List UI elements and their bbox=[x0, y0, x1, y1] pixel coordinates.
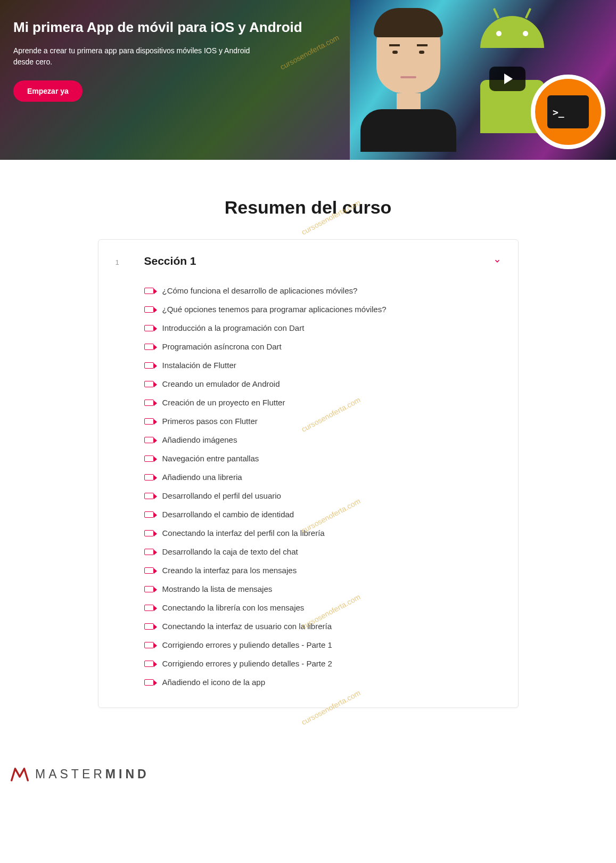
hero-video-thumbnail[interactable]: >_ bbox=[350, 0, 616, 160]
hero-title: Mi primera App de móvil para iOS y Andro… bbox=[13, 19, 336, 37]
video-icon bbox=[144, 381, 154, 387]
video-icon bbox=[144, 344, 154, 350]
lesson-item[interactable]: Desarrollando la caja de texto del chat bbox=[144, 542, 501, 561]
logo-mark-icon bbox=[11, 767, 29, 781]
lesson-title: ¿Cómo funciona el desarrollo de aplicaci… bbox=[162, 286, 358, 295]
lesson-title: Introducción a la programación con Dart bbox=[162, 323, 305, 332]
lesson-title: Añadiendo el icono de la app bbox=[162, 678, 266, 687]
lesson-item[interactable]: Conectando la interfaz del perfil con la… bbox=[144, 524, 501, 542]
summary-heading: Resumen del curso bbox=[11, 197, 605, 218]
video-icon bbox=[144, 567, 154, 574]
lesson-title: Navegación entre pantallas bbox=[162, 454, 259, 463]
video-icon bbox=[144, 661, 154, 667]
lesson-item[interactable]: Instalación de Flutter bbox=[144, 356, 501, 374]
lesson-item[interactable]: Añadiendo imágenes bbox=[144, 430, 501, 449]
video-icon bbox=[144, 288, 154, 294]
video-icon bbox=[144, 325, 154, 331]
play-icon bbox=[504, 74, 513, 84]
footer: MASTERMIND bbox=[0, 729, 616, 803]
video-icon bbox=[144, 586, 154, 592]
lesson-item[interactable]: Primeros pasos con Flutter bbox=[144, 412, 501, 430]
lesson-item[interactable]: Conectando la librería con los mensajes bbox=[144, 598, 501, 617]
lesson-title: Conectando la interfaz de usuario con la… bbox=[162, 622, 332, 631]
lesson-title: Creación de un proyecto en Flutter bbox=[162, 398, 285, 407]
video-icon bbox=[144, 605, 154, 611]
video-icon bbox=[144, 679, 154, 686]
lesson-item[interactable]: Corrigiendo errores y puliendo detalles … bbox=[144, 654, 501, 673]
video-icon bbox=[144, 455, 154, 462]
lesson-item[interactable]: Creando la interfaz para los mensajes bbox=[144, 561, 501, 580]
lesson-item[interactable]: Introducción a la programación con Dart bbox=[144, 319, 501, 337]
lesson-item[interactable]: ¿Qué opciones tenemos para programar apl… bbox=[144, 300, 501, 319]
lesson-item[interactable]: Navegación entre pantallas bbox=[144, 449, 501, 468]
lesson-title: Programación asíncrona con Dart bbox=[162, 342, 282, 351]
play-button[interactable] bbox=[489, 67, 525, 91]
video-icon bbox=[144, 493, 154, 499]
section-title: Sección 1 bbox=[144, 255, 494, 267]
lesson-item[interactable]: Desarrollando el perfil del usuario bbox=[144, 486, 501, 505]
lesson-title: Conectando la interfaz del perfil con la… bbox=[162, 528, 325, 538]
lesson-title: Creando la interfaz para los mensajes bbox=[162, 566, 297, 575]
lesson-item[interactable]: Añadiendo el icono de la app bbox=[144, 673, 501, 691]
course-summary-section: Resumen del curso 1 Sección 1 ¿Cómo func… bbox=[0, 160, 616, 729]
section-header[interactable]: 1 Sección 1 bbox=[116, 255, 501, 267]
video-icon bbox=[144, 418, 154, 425]
lesson-title: Instalación de Flutter bbox=[162, 361, 236, 370]
lesson-title: Corrigiendo errores y puliendo detalles … bbox=[162, 659, 332, 668]
lesson-title: Desarrollando el cambio de identidad bbox=[162, 510, 294, 519]
lesson-title: Primeros pasos con Flutter bbox=[162, 417, 258, 426]
lesson-list: ¿Cómo funciona el desarrollo de aplicaci… bbox=[144, 281, 501, 691]
lesson-title: Añadiendo una libreria bbox=[162, 473, 242, 482]
lesson-item[interactable]: Corrigiendo errores y puliendo detalles … bbox=[144, 636, 501, 654]
lesson-item[interactable]: Mostrando la lista de mensajes bbox=[144, 580, 501, 598]
start-button[interactable]: Empezar ya bbox=[13, 80, 83, 102]
lesson-title: Corrigiendo errores y puliendo detalles … bbox=[162, 640, 332, 649]
video-icon bbox=[144, 400, 154, 406]
lesson-title: Añadiendo imágenes bbox=[162, 435, 237, 444]
chevron-down-icon bbox=[494, 257, 501, 266]
course-card: 1 Sección 1 ¿Cómo funciona el desarrollo… bbox=[98, 239, 519, 708]
video-icon bbox=[144, 362, 154, 369]
lesson-title: Conectando la librería con los mensajes bbox=[162, 603, 305, 612]
lesson-item[interactable]: Creando un emulador de Android bbox=[144, 374, 501, 393]
terminal-badge-icon: >_ bbox=[531, 75, 605, 149]
hero-banner: Mi primera App de móvil para iOS y Andro… bbox=[0, 0, 616, 160]
instructor-portrait bbox=[355, 0, 462, 149]
brand-logo[interactable]: MASTERMIND bbox=[11, 767, 605, 781]
section-number: 1 bbox=[116, 258, 144, 266]
video-icon bbox=[144, 437, 154, 443]
video-icon bbox=[144, 474, 154, 481]
lesson-item[interactable]: ¿Cómo funciona el desarrollo de aplicaci… bbox=[144, 281, 501, 300]
video-icon bbox=[144, 549, 154, 555]
lesson-title: ¿Qué opciones tenemos para programar apl… bbox=[162, 305, 387, 314]
video-icon bbox=[144, 306, 154, 313]
brand-name: MASTERMIND bbox=[35, 767, 150, 781]
lesson-item[interactable]: Desarrollando el cambio de identidad bbox=[144, 505, 501, 524]
video-icon bbox=[144, 642, 154, 648]
lesson-title: Desarrollando el perfil del usuario bbox=[162, 491, 281, 500]
lesson-item[interactable]: Conectando la interfaz de usuario con la… bbox=[144, 617, 501, 636]
lesson-title: Creando un emulador de Android bbox=[162, 379, 280, 388]
lesson-title: Mostrando la lista de mensajes bbox=[162, 584, 273, 593]
terminal-prompt: >_ bbox=[553, 107, 564, 118]
lesson-item[interactable]: Creación de un proyecto en Flutter bbox=[144, 393, 501, 412]
hero-content: Mi primera App de móvil para iOS y Andro… bbox=[0, 0, 350, 160]
lesson-item[interactable]: Añadiendo una libreria bbox=[144, 468, 501, 486]
video-icon bbox=[144, 511, 154, 518]
hero-subtitle: Aprende a crear tu primera app para disp… bbox=[13, 45, 258, 68]
video-icon bbox=[144, 623, 154, 630]
video-icon bbox=[144, 530, 154, 536]
lesson-title: Desarrollando la caja de texto del chat bbox=[162, 547, 298, 556]
lesson-item[interactable]: Programación asíncrona con Dart bbox=[144, 337, 501, 356]
